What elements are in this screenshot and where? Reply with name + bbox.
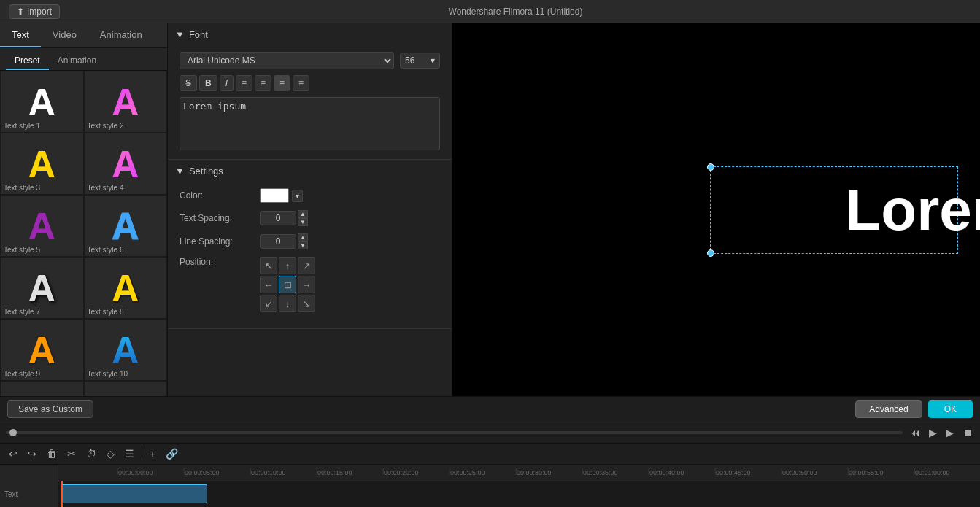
color-label: Color: <box>180 190 260 201</box>
format-bold-btn[interactable]: B <box>199 75 217 91</box>
advanced-button[interactable]: Advanced <box>855 400 922 418</box>
style-grid: AText style 1AText style 2AText style 3A… <box>0 71 167 396</box>
stop-btn[interactable]: ⏹ <box>961 425 974 440</box>
format-align-justify-btn[interactable]: ≡ <box>293 75 309 91</box>
bottom-area: Save as Custom Advanced OK ⏮ ▶ ▶ ⏹ ↩ ↪ 🗑… <box>0 396 980 507</box>
play-slow-btn[interactable]: ▶ <box>927 425 938 440</box>
style-cell-10[interactable]: AText style 10 <box>84 319 168 381</box>
settings-section-header[interactable]: ▼ Settings <box>168 160 452 182</box>
preview-canvas: Lorem <box>452 23 980 396</box>
style-label-4: Text style 4 <box>88 184 124 192</box>
bookmark-btn[interactable]: ◇ <box>104 446 117 461</box>
format-align-right-btn[interactable]: ≡ <box>274 75 290 91</box>
style-cell-7[interactable]: AText style 7 <box>0 257 84 319</box>
font-size-dropdown-icon: ▾ <box>431 55 435 66</box>
action-right-buttons: Advanced OK <box>855 400 973 418</box>
pos-bottom-center-btn[interactable]: ↓ <box>279 295 296 312</box>
tab-text[interactable]: Text <box>0 23 41 47</box>
style-cell-5[interactable]: AText style 5 <box>0 195 84 257</box>
ok-button[interactable]: OK <box>928 400 973 418</box>
tool-bar: ↩ ↪ 🗑 ✂ ⏱ ◇ ☰ + 🔗 <box>0 444 980 465</box>
list-btn[interactable]: ☰ <box>122 446 137 461</box>
format-align-center-btn[interactable]: ≡ <box>255 75 271 91</box>
window-title: Wondershare Filmora 11 (Untitled) <box>449 7 583 17</box>
style-cell-12[interactable]: AText style 12 <box>84 381 168 396</box>
redo-btn[interactable]: ↪ <box>25 446 39 461</box>
timeline-ruler-mark: 00:00:45:00 <box>714 469 781 476</box>
pos-top-right-btn[interactable]: ↗ <box>298 257 315 274</box>
style-label-1: Text style 1 <box>4 122 40 130</box>
link-btn[interactable]: 🔗 <box>163 446 181 461</box>
pos-top-center-btn[interactable]: ↑ <box>279 257 296 274</box>
settings-section-body: Color: ▾ Text Spacing: ▲ ▼ <box>168 182 452 328</box>
tab-animation[interactable]: Animation <box>88 23 154 47</box>
save-as-custom-button[interactable]: Save as Custom <box>7 400 93 418</box>
style-cell-8[interactable]: AText style 8 <box>84 257 168 319</box>
timeline-track-label: Text <box>0 481 58 507</box>
style-letter-10: A <box>112 331 139 369</box>
timeline-ruler-mark: 00:00:50:00 <box>781 469 847 476</box>
text-spacing-up-btn[interactable]: ▲ <box>298 210 308 218</box>
style-cell-1[interactable]: AText style 1 <box>0 71 84 133</box>
line-spacing-input-group: ▲ ▼ <box>260 233 308 249</box>
prev-frame-btn[interactable]: ⏮ <box>908 425 922 440</box>
format-align-left-btn[interactable]: ≡ <box>236 75 252 91</box>
text-spacing-down-btn[interactable]: ▼ <box>298 218 308 226</box>
pos-top-left-btn[interactable]: ↖ <box>260 257 277 274</box>
pos-bottom-right-btn[interactable]: ↘ <box>298 295 315 312</box>
font-size-display[interactable]: 56 ▾ <box>400 53 440 69</box>
timeline-clip[interactable] <box>61 484 207 503</box>
pos-middle-left-btn[interactable]: ← <box>260 276 277 293</box>
style-letter-6: A <box>112 207 139 245</box>
style-cell-11[interactable]: AText style 11 <box>0 381 84 396</box>
style-cell-3[interactable]: AText style 3 <box>0 133 84 195</box>
line-spacing-up-btn[interactable]: ▲ <box>298 233 308 241</box>
font-family-row: Arial Unicode MS 56 ▾ <box>180 52 440 69</box>
subtab-animation[interactable]: Animation <box>49 53 105 70</box>
timeline-cursor <box>61 481 63 507</box>
style-cell-4[interactable]: AText style 4 <box>84 133 168 195</box>
timeline-track <box>58 481 980 507</box>
text-spacing-spin: ▲ ▼ <box>298 210 308 226</box>
style-cell-6[interactable]: AText style 6 <box>84 195 168 257</box>
format-italic-btn[interactable]: I <box>220 75 234 91</box>
color-dropdown-btn[interactable]: ▾ <box>292 190 303 202</box>
font-size-value: 56 <box>405 55 414 66</box>
import-button[interactable]: ⬆ Import <box>9 4 60 19</box>
format-strikethrough-btn[interactable]: S̶ <box>180 75 197 91</box>
style-cell-9[interactable]: AText style 9 <box>0 319 84 381</box>
pos-middle-center-btn[interactable]: ⊡ <box>279 276 296 293</box>
style-letter-8: A <box>112 269 139 307</box>
main-area: Text Video Animation Preset Animation AT… <box>0 23 980 396</box>
play-btn[interactable]: ▶ <box>944 425 955 440</box>
sub-tab-bar: Preset Animation <box>0 48 167 71</box>
delete-btn[interactable]: 🗑 <box>44 446 60 461</box>
font-section-label: Font <box>189 29 208 40</box>
line-spacing-down-btn[interactable]: ▼ <box>298 241 308 249</box>
text-spacing-input[interactable] <box>260 211 296 225</box>
import-label: Import <box>27 7 52 17</box>
clock-btn[interactable]: ⏱ <box>83 446 99 461</box>
line-spacing-input[interactable] <box>260 234 296 249</box>
tab-video[interactable]: Video <box>41 23 88 47</box>
settings-section: ▼ Settings Color: ▾ Text Spacing: ▲ <box>168 160 452 329</box>
undo-btn[interactable]: ↩ <box>6 446 20 461</box>
timeline-ruler-mark: 00:01:00:00 <box>914 469 980 476</box>
handle-bottom-left[interactable] <box>707 249 714 257</box>
font-section-header[interactable]: ▼ Font <box>168 23 452 46</box>
color-swatch[interactable] <box>260 188 289 203</box>
subtab-preset[interactable]: Preset <box>6 53 49 70</box>
pos-bottom-left-btn[interactable]: ↙ <box>260 295 277 312</box>
position-grid: ↖ ↑ ↗ ← ⊡ → ↙ ↓ ↘ <box>260 257 315 312</box>
handle-top-left[interactable] <box>707 163 714 171</box>
text-input[interactable] <box>183 101 436 144</box>
position-row: Position: ↖ ↑ ↗ ← ⊡ → ↙ ↓ ↘ <box>180 257 440 312</box>
cut-btn[interactable]: ✂ <box>64 446 79 461</box>
format-row: S̶ B I ≡ ≡ ≡ ≡ <box>180 75 440 91</box>
style-cell-2[interactable]: AText style 2 <box>84 71 168 133</box>
add-media-btn[interactable]: + <box>147 446 158 461</box>
progress-bar[interactable] <box>6 431 903 434</box>
style-label-7: Text style 7 <box>4 308 40 316</box>
pos-middle-right-btn[interactable]: → <box>298 276 315 293</box>
font-family-select[interactable]: Arial Unicode MS <box>180 52 394 69</box>
